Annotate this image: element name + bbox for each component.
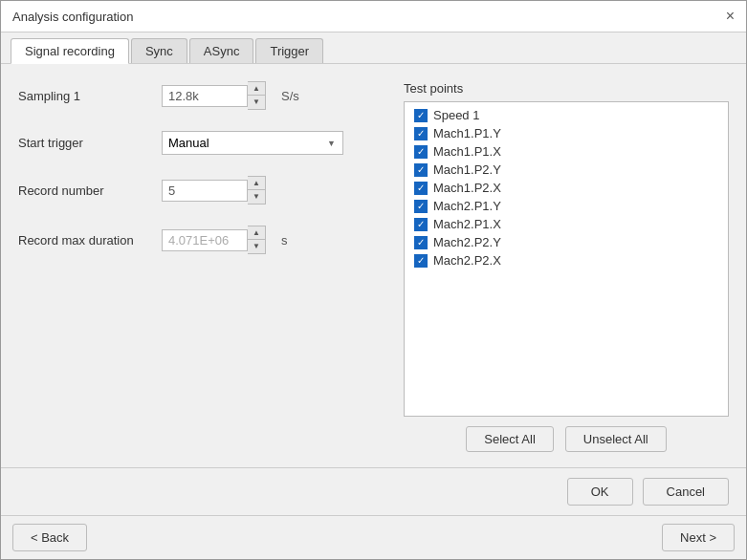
checkbox-mach2p2y[interactable] [414,236,428,249]
tab-sync[interactable]: Sync [131,38,187,63]
checkbox-speed1[interactable] [414,109,428,122]
test-points-actions: Select All Unselect All [404,426,729,452]
checkbox-mach2p2x[interactable] [414,254,428,268]
main-content: Sampling 1 ▲ ▼ S/s Start trigger Manual … [1,64,746,467]
test-points-list: Speed 1Mach1.P1.YMach1.P1.XMach1.P2.YMac… [404,101,729,417]
test-point-label-mach2p1x: Mach2.P1.X [433,217,501,231]
tab-async[interactable]: ASync [189,38,254,63]
test-point-item-speed1[interactable]: Speed 1 [406,106,726,124]
checkbox-mach2p1y[interactable] [414,200,428,213]
sampling-input[interactable] [162,85,248,107]
start-trigger-select-wrapper: Manual Auto External [162,131,343,155]
record-max-duration-label: Record max duration [18,233,152,248]
checkbox-mach2p1x[interactable] [414,218,428,231]
record-number-spinner-buttons: ▲ ▼ [248,176,266,205]
unselect-all-button[interactable]: Unselect All [565,426,667,452]
start-trigger-select[interactable]: Manual Auto External [162,131,343,155]
sampling-row: Sampling 1 ▲ ▼ S/s [18,81,384,110]
start-trigger-row: Start trigger Manual Auto External [18,131,384,155]
record-number-label: Record number [18,183,152,198]
select-all-button[interactable]: Select All [466,426,553,452]
left-panel: Sampling 1 ▲ ▼ S/s Start trigger Manual … [18,81,384,458]
dialog-footer: OK Cancel [1,467,746,515]
back-button[interactable]: < Back [12,524,87,551]
test-point-label-mach1p1x: Mach1.P1.X [433,144,501,159]
checkbox-mach1p1y[interactable] [414,127,428,140]
start-trigger-label: Start trigger [18,136,152,150]
test-point-item-mach2p1y[interactable]: Mach2.P1.Y [406,197,726,215]
test-point-label-mach1p1y: Mach1.P1.Y [433,126,501,140]
test-point-label-speed1: Speed 1 [433,108,479,122]
ok-button[interactable]: OK [567,478,633,506]
test-point-item-mach1p1x[interactable]: Mach1.P1.X [406,142,726,161]
checkbox-mach1p1x[interactable] [414,145,428,159]
cancel-button[interactable]: Cancel [643,478,729,506]
right-panel: Test points Speed 1Mach1.P1.YMach1.P1.XM… [404,81,729,458]
test-points-label: Test points [404,81,729,96]
record-max-duration-spinner: ▲ ▼ [162,226,266,254]
record-max-duration-unit: s [281,233,288,248]
next-button[interactable]: Next > [662,524,735,551]
sampling-spinner-buttons: ▲ ▼ [248,81,266,110]
bottom-bar: < Back Next > [1,515,746,559]
analysis-configuration-dialog: Analysis configuration × Signal recordin… [0,0,747,560]
close-button[interactable]: × [726,9,735,24]
record-number-input[interactable] [162,180,248,202]
sampling-unit: S/s [281,89,299,103]
record-max-duration-row: Record max duration ▲ ▼ s [18,226,384,254]
title-bar: Analysis configuration × [1,1,746,32]
test-point-label-mach2p1y: Mach2.P1.Y [433,199,501,213]
sampling-label: Sampling 1 [18,89,152,103]
sampling-increment-button[interactable]: ▲ [248,82,265,96]
test-point-item-mach1p1y[interactable]: Mach1.P1.Y [406,124,726,142]
tab-trigger[interactable]: Trigger [255,38,323,63]
test-point-item-mach1p2x[interactable]: Mach1.P2.X [406,179,726,197]
tab-signal-recording[interactable]: Signal recording [11,38,129,64]
test-point-item-mach1p2y[interactable]: Mach1.P2.Y [406,161,726,179]
test-point-label-mach2p2y: Mach2.P2.Y [433,235,501,249]
tab-bar: Signal recording Sync ASync Trigger [1,32,746,64]
test-point-item-mach2p2y[interactable]: Mach2.P2.Y [406,233,726,251]
dialog-title: Analysis configuration [12,10,133,24]
checkbox-mach1p2y[interactable] [414,163,428,177]
sampling-decrement-button[interactable]: ▼ [248,96,265,109]
sampling-spinner: ▲ ▼ [162,81,266,110]
record-max-duration-decrement-button[interactable]: ▼ [248,240,265,253]
record-max-duration-input[interactable] [162,229,248,251]
test-point-label-mach1p2y: Mach1.P2.Y [433,162,501,177]
record-max-duration-spinner-buttons: ▲ ▼ [248,226,266,254]
test-point-item-mach2p1x[interactable]: Mach2.P1.X [406,215,726,233]
test-point-label-mach2p2x: Mach2.P2.X [433,253,501,268]
test-point-label-mach1p2x: Mach1.P2.X [433,181,501,195]
record-number-spinner: ▲ ▼ [162,176,266,205]
record-number-increment-button[interactable]: ▲ [248,177,265,190]
record-max-duration-increment-button[interactable]: ▲ [248,226,265,240]
record-number-decrement-button[interactable]: ▼ [248,190,265,204]
record-number-row: Record number ▲ ▼ [18,176,384,205]
test-point-item-mach2p2x[interactable]: Mach2.P2.X [406,251,726,269]
checkbox-mach1p2x[interactable] [414,182,428,195]
